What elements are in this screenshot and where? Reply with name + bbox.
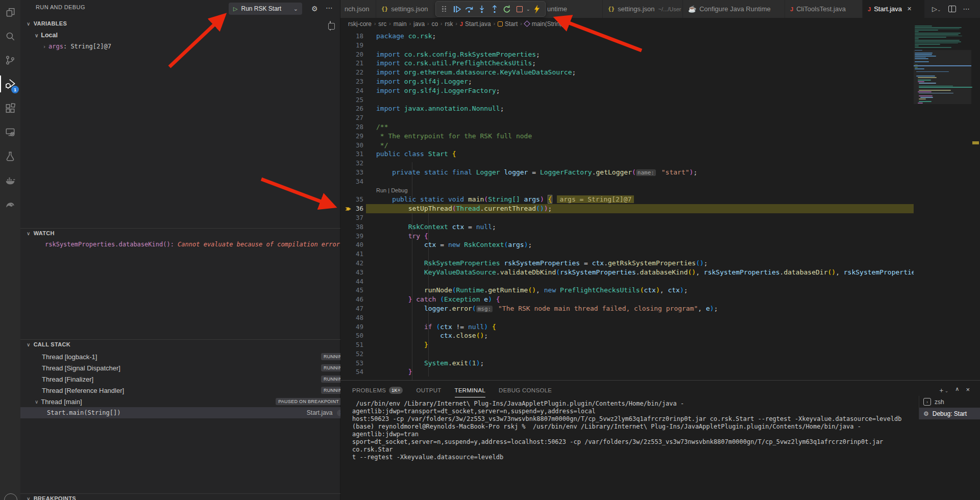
code-line[interactable]: 24import org.slf4j.LoggerFactory; — [340, 86, 914, 95]
tab-Start.java[interactable]: JStart.java✕ — [863, 0, 925, 18]
terminal-list-item-debug-start[interactable]: ⚙Debug: Start — [919, 408, 980, 419]
thread-row[interactable]: Thread [Signal Dispatcher]RUNNING — [20, 362, 356, 373]
thread-row[interactable]: Thread [Finalizer]RUNNING — [20, 373, 356, 385]
new-terminal-icon[interactable]: ＋⌄ — [938, 386, 949, 395]
step-out-icon[interactable] — [488, 3, 501, 16]
variable-row-args[interactable]: ›args: String[2]@7 — [43, 43, 111, 50]
close-panel-icon[interactable]: × — [966, 386, 970, 395]
code-line[interactable]: 25 — [340, 95, 914, 105]
breadcrumb-item[interactable]: rskj-core — [348, 20, 372, 28]
code-line[interactable]: 48 — [340, 313, 914, 322]
code-line[interactable]: 49 if (ctx != null) { — [340, 322, 914, 332]
code-line[interactable]: 52 — [340, 349, 914, 359]
code-line[interactable]: 45 runNode(Runtime.getRuntime(), new Pre… — [340, 286, 914, 295]
code-line[interactable]: 53 System.exit(1); — [340, 359, 914, 368]
panel-tab-terminal[interactable]: TERMINAL — [455, 387, 486, 394]
step-into-icon[interactable] — [476, 3, 488, 16]
code-line[interactable]: 39 try { — [340, 232, 914, 241]
search-icon[interactable] — [0, 24, 20, 48]
tab-Configure Java Runtime[interactable]: ☕Configure Java Runtime — [683, 0, 785, 18]
run-java-icon[interactable]: ▷⌄ — [932, 5, 941, 13]
code-line[interactable]: 33 private static final Logger logger = … — [340, 168, 914, 177]
hot-code-replace-icon[interactable] — [530, 3, 543, 16]
call-stack-section-header[interactable]: ∨CALL STACK — [27, 341, 70, 347]
breadcrumb-item[interactable]: Start — [498, 20, 518, 28]
tab-CliToolsTest.java[interactable]: JCliToolsTest.java — [785, 0, 863, 18]
code-line[interactable]: 26import javax.annotation.Nonnull; — [340, 104, 914, 113]
code-line[interactable]: 30 */ — [340, 141, 914, 150]
code-line[interactable]: 43 KeyValueDataSource.validateDbKind(rsk… — [340, 268, 914, 277]
breadcrumb-item[interactable]: main — [394, 20, 407, 28]
code-line[interactable]: 27 — [340, 113, 914, 122]
code-line[interactable]: 34 — [340, 177, 914, 186]
extensions-icon[interactable] — [0, 96, 20, 120]
run-config-dropdown[interactable]: ▷ Run RSK Start ⌄ — [229, 3, 302, 15]
docker-icon[interactable] — [0, 168, 20, 192]
code-line[interactable]: 19 — [340, 41, 914, 50]
breadcrumb-item[interactable]: JStart.java — [460, 20, 491, 28]
explorer-icon[interactable] — [0, 0, 20, 24]
split-editor-icon[interactable] — [948, 6, 956, 12]
code-editor[interactable]: 18package co.rsk;1920import co.rsk.confi… — [340, 27, 914, 380]
section-action-icon[interactable] — [330, 21, 331, 31]
code-line[interactable]: 54 } — [340, 367, 914, 377]
code-line[interactable]: 31public class Start { — [340, 149, 914, 159]
code-line[interactable]: 36 setUpThread(Thread.currentThread()); — [340, 204, 914, 213]
gear-icon[interactable]: ⚙ — [311, 5, 318, 13]
code-line[interactable]: 35 public static void main(String[] args… — [340, 195, 914, 204]
more-actions-icon[interactable]: ⋯ — [963, 5, 970, 13]
code-line[interactable]: 28/** — [340, 122, 914, 132]
chevron-down-icon[interactable]: ⌄ — [526, 3, 530, 16]
source-control-icon[interactable] — [0, 48, 20, 72]
panel-tab-output[interactable]: OUTPUT — [416, 387, 441, 394]
code-line[interactable]: 38 RskContext ctx = null; — [340, 222, 914, 232]
code-line[interactable]: 18package co.rsk; — [340, 32, 914, 41]
code-line[interactable]: 22import org.ethereum.datasource.KeyValu… — [340, 68, 914, 77]
code-line[interactable]: 37 — [340, 213, 914, 222]
breadcrumb-item[interactable]: rsk — [445, 20, 453, 28]
code-line[interactable]: 41 — [340, 249, 914, 259]
watch-expression-row[interactable]: rskSystemProperties.databaseKind(): Cann… — [45, 241, 373, 248]
continue-icon[interactable] — [451, 3, 463, 16]
code-line[interactable]: 50 ctx.close(); — [340, 331, 914, 340]
breakpoints-section-header[interactable]: ∨BREAKPOINTS — [27, 495, 76, 500]
variables-section-header[interactable]: ∨VARIABLES — [27, 20, 67, 27]
terminal-list-item-zsh[interactable]: ›zsh — [919, 396, 980, 408]
tab-nch.json[interactable]: nch.json — [340, 0, 376, 18]
thread-row[interactable]: ∨Thread [main]PAUSED ON BREAKPOINT — [20, 396, 349, 407]
restart-icon[interactable] — [501, 3, 513, 16]
stack-frame-row[interactable]: Start.main(String[])Start.java36:1 — [20, 407, 361, 418]
step-over-icon[interactable] — [463, 3, 476, 16]
code-line[interactable]: 29 * The entrypoint for the RSK full nod… — [340, 132, 914, 141]
breadcrumb-item[interactable]: main(String[]) — [525, 20, 569, 28]
thread-row[interactable]: Thread [Reference Handler]RUNNING — [20, 385, 356, 396]
code-line[interactable]: 51 } — [340, 340, 914, 349]
code-line[interactable]: 47 logger.error(msg: "The RSK node main … — [340, 304, 914, 313]
account-icon[interactable] — [4, 493, 17, 500]
watch-section-header[interactable]: ∨WATCH — [27, 230, 55, 236]
breadcrumb-item[interactable]: java — [413, 20, 425, 28]
minimap[interactable] — [914, 26, 971, 158]
run-and-debug-icon[interactable]: 1 — [0, 72, 20, 96]
drag-handle-icon[interactable] — [438, 3, 451, 16]
code-line[interactable]: 44 — [340, 277, 914, 286]
code-line[interactable]: 20import co.rsk.config.RskSystemProperti… — [340, 50, 914, 59]
code-line[interactable]: 42 RskSystemProperties rskSystemProperti… — [340, 259, 914, 268]
thread-row[interactable]: Thread [logback-1]RUNNING — [20, 351, 356, 362]
gradle-icon[interactable] — [0, 192, 20, 216]
breadcrumb-item[interactable]: src — [378, 20, 386, 28]
code-line[interactable]: 23import org.slf4j.Logger; — [340, 77, 914, 86]
code-line[interactable]: 46 } catch (Exception e) { — [340, 295, 914, 304]
code-lens[interactable]: Run | Debug — [376, 186, 408, 195]
panel-tab-problems[interactable]: PROBLEMS1K+ — [352, 387, 403, 394]
code-line[interactable]: 21import co.rsk.util.PreflightChecksUtil… — [340, 59, 914, 68]
breadcrumb-item[interactable]: co — [431, 20, 438, 28]
tab-settings.json[interactable]: {}settings.json~/.../User — [603, 0, 683, 18]
stop-icon[interactable] — [513, 3, 526, 16]
terminal-output[interactable]: /usr/bin/env /Library/Internet\ Plug-Ins… — [352, 400, 909, 461]
maximize-panel-icon[interactable]: ∧ — [955, 386, 959, 395]
testing-icon[interactable] — [0, 144, 20, 168]
more-actions-icon[interactable]: ⋯ — [326, 4, 333, 12]
remote-explorer-icon[interactable] — [0, 120, 20, 144]
variables-scope-local[interactable]: ∨Local — [35, 32, 58, 39]
